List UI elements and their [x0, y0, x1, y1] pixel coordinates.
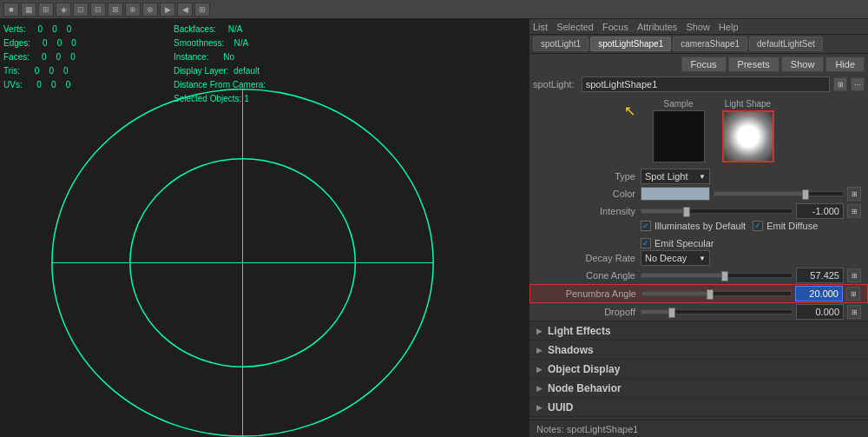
penumbra-angle-input[interactable]	[795, 286, 843, 301]
dropoff-slider[interactable]	[641, 309, 792, 315]
intensity-grid-icon[interactable]: ⊞	[847, 204, 861, 218]
decay-rate-row: Decay Rate No Decay ▼	[529, 249, 868, 267]
right-panel: List Selected Focus Attributes Show Help…	[529, 19, 868, 437]
uuid-section[interactable]: ▶ UUID	[529, 397, 868, 416]
hide-button[interactable]: Hide	[825, 56, 865, 72]
illuminates-label: Illuminates by Default	[654, 221, 746, 231]
illuminates-checkbox[interactable]	[641, 221, 651, 231]
object-display-label: Object Display	[548, 363, 620, 375]
presets-button[interactable]: Presets	[728, 56, 779, 72]
dropoff-input[interactable]	[796, 304, 844, 320]
spotlight-grid-icon[interactable]: ⊞	[833, 77, 847, 91]
toolbar-btn-6[interactable]: ⊟	[90, 3, 106, 17]
penumbra-angle-grid-icon[interactable]: ⊞	[846, 287, 860, 301]
dropoff-grid-icon[interactable]: ⊞	[847, 305, 861, 319]
toolbar-btn-7[interactable]: ⊠	[108, 3, 123, 17]
viewport-svg	[0, 19, 529, 437]
menu-list[interactable]: List	[533, 22, 548, 32]
emit-specular-checkbox-row: Emit Specular	[641, 238, 713, 248]
attr-section: Type Spot Light ▼ Color ⊞	[529, 166, 868, 420]
color-value: ⊞	[641, 187, 861, 201]
menu-focus[interactable]: Focus	[602, 22, 628, 32]
light-effects-arrow: ▶	[536, 327, 542, 335]
toolbar-btn-2[interactable]: ▦	[21, 3, 36, 17]
spotlight-label: spotLight:	[533, 79, 575, 89]
type-dropdown-value: Spot Light	[645, 171, 688, 182]
thumbnails-row: ↖ Sample Light Shape	[529, 96, 868, 166]
focus-button[interactable]: Focus	[681, 56, 727, 72]
toolbar-btn-10[interactable]: ▶	[160, 3, 175, 17]
light-effects-label: Light Effects	[548, 325, 611, 337]
intensity-value: ⊞	[641, 203, 861, 219]
top-buttons-row: Focus Presets Show Hide	[529, 54, 868, 75]
color-swatch[interactable]	[641, 187, 710, 201]
toolbar-btn-12[interactable]: ⊞	[194, 3, 210, 17]
intensity-row: Intensity ⊞	[529, 202, 868, 220]
object-display-section[interactable]: ▶ Object Display	[529, 359, 868, 378]
cone-angle-grid-icon[interactable]: ⊞	[847, 268, 861, 282]
toolbar-btn-1[interactable]: ■	[3, 3, 19, 17]
emit-specular-label: Emit Specular	[654, 238, 713, 248]
menu-selected[interactable]: Selected	[556, 22, 594, 32]
tab-spotlight1[interactable]: spotLight1	[533, 36, 589, 51]
toolbar-btn-11[interactable]: ◀	[177, 3, 193, 17]
cursor-icon: ↖	[624, 103, 635, 119]
tab-defaultlightset[interactable]: defaultLightSet	[749, 36, 823, 51]
uuid-arrow: ▶	[536, 403, 542, 412]
toolbar-btn-9[interactable]: ⊗	[142, 3, 158, 17]
toolbar-btn-3[interactable]: ⊞	[38, 3, 54, 17]
node-behavior-label: Node Behavior	[548, 382, 621, 394]
lightshape-thumb-group: Light Shape	[722, 99, 774, 162]
light-effects-section[interactable]: ▶ Light Effects	[529, 321, 868, 340]
top-toolbar: ■ ▦ ⊞ ◈ ⊡ ⊟ ⊠ ⊕ ⊗ ▶ ◀ ⊞	[0, 0, 868, 19]
penumbra-angle-row: Penumbra Angle ⊞	[529, 284, 868, 303]
menu-help[interactable]: Help	[719, 22, 739, 32]
lightshape-thumbnail[interactable]	[722, 110, 774, 162]
spotlight-row: spotLight: ⊞ ⋯	[529, 75, 868, 96]
decay-rate-dropdown[interactable]: No Decay ▼	[641, 250, 710, 266]
emit-diffuse-checkbox[interactable]	[753, 221, 763, 231]
decay-rate-value: No Decay ▼	[641, 250, 861, 266]
viewport[interactable]: Verts: 0 0 0 Edges: 0 0 0 Faces: 0 0 0 T…	[0, 19, 529, 437]
color-row: Color ⊞	[529, 185, 868, 202]
shadows-label: Shadows	[548, 344, 594, 356]
show-button[interactable]: Show	[781, 56, 825, 72]
menu-show[interactable]: Show	[686, 22, 710, 32]
toolbar-btn-4[interactable]: ◈	[56, 3, 71, 17]
cone-angle-row: Cone Angle ⊞	[529, 267, 868, 284]
intensity-label: Intensity	[536, 206, 641, 216]
main-area: Verts: 0 0 0 Edges: 0 0 0 Faces: 0 0 0 T…	[0, 19, 868, 437]
tab-camerashape1[interactable]: cameraShape1	[673, 36, 747, 51]
spotlight-dots-icon[interactable]: ⋯	[851, 77, 865, 91]
cone-angle-input[interactable]	[796, 268, 844, 283]
type-row: Type Spot Light ▼	[529, 168, 868, 185]
sample-thumbnail[interactable]	[653, 110, 705, 162]
color-grid-icon[interactable]: ⊞	[847, 187, 861, 201]
checkboxes-value: Illuminates by Default Emit Diffuse Emit…	[641, 221, 861, 248]
type-dropdown[interactable]: Spot Light ▼	[641, 169, 710, 184]
emit-specular-checkbox[interactable]	[641, 238, 651, 248]
type-dropdown-arrow: ▼	[699, 173, 706, 181]
type-value: Spot Light ▼	[641, 169, 861, 184]
intensity-slider[interactable]	[641, 209, 792, 214]
intensity-input[interactable]	[796, 203, 844, 219]
penumbra-angle-label: Penumbra Angle	[537, 288, 641, 299]
node-behavior-section[interactable]: ▶ Node Behavior	[529, 378, 868, 397]
lightshape-label: Light Shape	[725, 99, 771, 109]
emit-diffuse-label: Emit Diffuse	[766, 221, 818, 231]
panel-topbar: List Selected Focus Attributes Show Help	[529, 19, 868, 35]
penumbra-angle-slider[interactable]	[641, 291, 792, 296]
spotlight-input[interactable]	[582, 76, 830, 92]
menu-attributes[interactable]: Attributes	[637, 22, 677, 32]
toolbar-btn-5[interactable]: ⊡	[73, 3, 89, 17]
cone-angle-slider[interactable]	[641, 273, 792, 278]
toolbar-btn-8[interactable]: ⊕	[125, 3, 141, 17]
type-label: Type	[536, 171, 641, 182]
cone-angle-value: ⊞	[641, 268, 861, 283]
sample-thumb-group: Sample	[653, 99, 705, 162]
tab-spotlightshape1[interactable]: spotLightShape1	[590, 36, 671, 51]
decay-rate-dropdown-arrow: ▼	[699, 255, 706, 262]
shadows-section[interactable]: ▶ Shadows	[529, 340, 868, 359]
notes-value: spotLightShape1	[567, 424, 639, 434]
color-slider[interactable]	[713, 191, 844, 196]
